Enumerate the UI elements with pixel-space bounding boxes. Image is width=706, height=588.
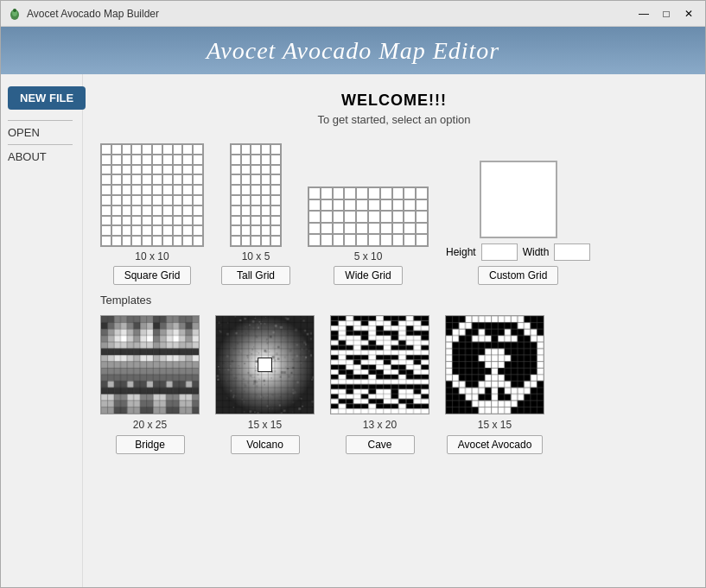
svg-point-2 [13,9,16,12]
template-option-avocet: 15 x 15 Avocet Avocado [445,315,544,454]
width-input[interactable] [554,243,590,261]
welcome-title: WELCOME!!! [100,92,688,110]
height-input[interactable] [481,243,518,261]
tall-grid-button[interactable]: Tall Grid [221,266,290,285]
app-icon [8,7,22,21]
minimize-button[interactable]: — [634,4,653,23]
templates-label: Templates [100,294,688,307]
template-img-avocet [445,315,544,414]
welcome-subtitle: To get started, select an option [100,113,688,126]
template-img-cave [330,315,429,414]
avocet-button[interactable]: Avocet Avocado [447,435,544,454]
template-option-cave: 13 x 20 Cave [330,315,429,454]
template-img-bridge [100,315,200,414]
title-bar: Avocet Avocado Map Builder — □ ✕ [1,1,705,27]
square-grid-button[interactable]: Square Grid [113,266,192,285]
maximize-button[interactable]: □ [657,4,676,23]
open-button[interactable]: OPEN [1,123,82,142]
about-button[interactable]: ABOUT [1,147,82,167]
grid-preview-5x10 [308,187,429,247]
custom-grid-section: Height Width Custom Grid [446,161,590,285]
sidebar-divider-2 [8,144,73,145]
grid-label-wide: 5 x 10 [354,250,383,262]
grid-label-tall: 10 x 5 [242,250,270,262]
template-label-avocet: 15 x 15 [478,419,512,431]
width-label: Width [523,246,550,258]
cave-button[interactable]: Cave [346,435,415,454]
header-title: Avocet Avocado Map Editor [207,37,499,65]
title-bar-left: Avocet Avocado Map Builder [8,7,159,21]
template-label-bridge: 20 x 25 [133,419,167,431]
main-layout: NEW FILE OPEN ABOUT WELCOME!!! To get st… [1,74,705,588]
template-label-cave: 13 x 20 [363,419,397,431]
custom-grid-inputs: Height Width [446,243,590,261]
grid-options: 10 x 10 Square Grid 10 x 5 Tall Grid 5 x… [100,143,688,285]
height-label: Height [446,246,476,258]
header-banner: Avocet Avocado Map Editor [1,27,705,74]
new-file-button[interactable]: NEW FILE [8,86,86,110]
volcano-button[interactable]: Volcano [231,435,300,454]
bridge-button[interactable]: Bridge [116,435,185,454]
close-button[interactable]: ✕ [679,4,698,23]
wide-grid-button[interactable]: Wide Grid [334,266,403,285]
grid-label-square: 10 x 10 [135,250,169,262]
custom-grid-box [480,161,557,238]
template-option-volcano: 15 x 15 Volcano [215,315,315,454]
grid-preview-10x5 [230,143,282,247]
grid-option-tall: 10 x 5 Tall Grid [221,143,290,285]
template-label-volcano: 15 x 15 [248,419,282,431]
template-grid: 20 x 25 Bridge 15 x 15 Volcano 13 x 20 C… [100,315,688,454]
sidebar-divider [8,120,73,121]
grid-option-square: 10 x 10 Square Grid [100,143,204,285]
sidebar: NEW FILE OPEN ABOUT [1,74,83,588]
grid-preview-10x10 [100,143,204,247]
template-img-volcano [215,315,315,414]
content-area: WELCOME!!! To get started, select an opt… [83,74,705,588]
custom-grid-button[interactable]: Custom Grid [478,266,558,285]
title-bar-controls: — □ ✕ [634,4,698,23]
grid-option-wide: 5 x 10 Wide Grid [308,187,429,285]
template-option-bridge: 20 x 25 Bridge [100,315,200,454]
app-title: Avocet Avocado Map Builder [27,8,159,20]
